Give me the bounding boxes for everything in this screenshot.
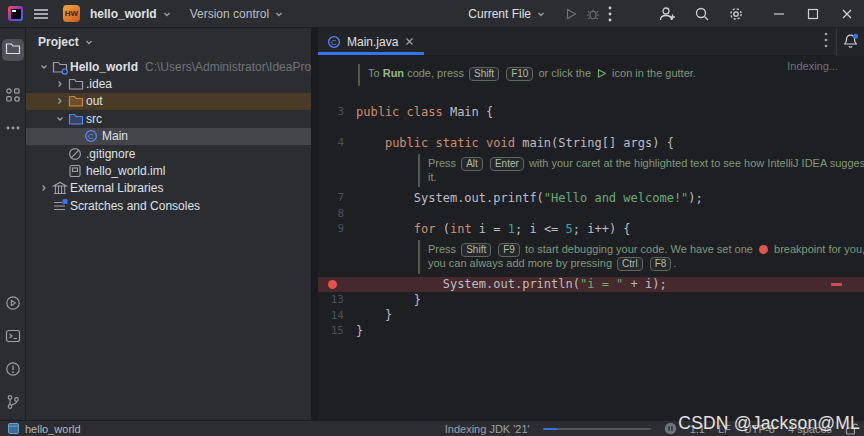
toolstrip-project-folder-tool-button[interactable] (2, 39, 24, 61)
search-everywhere-button[interactable] (690, 2, 714, 26)
line-number-gutter[interactable]: 3 (318, 105, 356, 118)
line-number-gutter[interactable]: 8 (318, 207, 356, 220)
run-button[interactable] (560, 3, 582, 25)
tree-item-gitignore[interactable]: .gitignore (26, 145, 311, 162)
tree-item-label: .gitignore (86, 147, 135, 161)
toolstrip-terminal-tool-button[interactable] (2, 326, 24, 348)
code-text: } (356, 324, 363, 338)
tree-item-path: C:\Users\Administrator\IdeaProjects\Hell… (145, 60, 311, 74)
close-button[interactable] (830, 0, 864, 28)
code-line[interactable]: 3public class Main { (318, 104, 864, 120)
toolstrip-more-tools-button[interactable] (2, 114, 24, 136)
line-number-gutter[interactable]: 13 (318, 293, 356, 306)
tree-item-external-libraries[interactable]: External Libraries (26, 180, 311, 197)
chevron-down-icon[interactable] (36, 62, 52, 72)
tree-item-scratches-and-consoles[interactable]: Scratches and Consoles (26, 197, 311, 214)
tree-item-idea[interactable]: .idea (26, 75, 311, 92)
breakpoint-gutter[interactable] (318, 280, 356, 289)
ide-window: HW hello_world Version control Current F… (0, 0, 864, 436)
kebab-icon (824, 32, 828, 48)
project-selector-button[interactable]: hello_world (84, 4, 178, 24)
pause-indexing-button[interactable] (664, 422, 677, 435)
version-control-tool-icon (5, 394, 21, 413)
code-line[interactable]: 9 for (int i = 1; i <= 5; i++) { (318, 221, 864, 237)
hint-text: it. (428, 171, 437, 183)
tab-close-button[interactable] (404, 36, 415, 48)
hint-text (493, 243, 496, 255)
active-tab-indicator (318, 52, 424, 55)
structure-tool-icon (5, 87, 21, 106)
debug-button[interactable] (582, 3, 604, 25)
code-line-breakpoint[interactable]: System.out.println("i = " + i); (318, 277, 864, 293)
code-blank-line[interactable] (318, 89, 864, 105)
toolstrip-problems-tool-button[interactable] (2, 359, 24, 381)
code-line[interactable]: 7 System.out.printf("Hello and welcome!"… (318, 190, 864, 206)
editor-hint-row: Press Alt Enter with your caret at the h… (318, 151, 864, 191)
main-menu-button[interactable] (29, 3, 53, 25)
indexing-progress-bar (543, 428, 651, 430)
chevron-right-icon[interactable] (52, 79, 68, 89)
keycap: F8 (650, 257, 672, 271)
chevron-right-icon[interactable] (36, 183, 52, 193)
notifications-button[interactable] (836, 28, 864, 56)
tree-item-main[interactable]: CMain (26, 128, 311, 145)
tree-item-src[interactable]: src (26, 110, 311, 127)
status-project-widget[interactable]: hello_world (8, 423, 81, 435)
maximize-button[interactable] (796, 0, 830, 28)
toolstrip-structure-tool-button[interactable] (2, 85, 24, 107)
hint-text: with your caret at the highlighted text … (526, 157, 864, 169)
line-number-gutter[interactable]: 9 (318, 222, 356, 235)
folder-icon (68, 76, 86, 92)
java-class-icon: C (327, 35, 341, 49)
chevron-down-icon[interactable] (52, 114, 68, 124)
code-line[interactable]: 13 } (318, 292, 864, 308)
run-tool-icon (5, 295, 21, 314)
toolstrip-run-tool-button[interactable] (2, 293, 24, 315)
line-number-gutter[interactable]: 4 (318, 136, 356, 149)
status-project-name: hello_world (25, 423, 81, 435)
gear-icon (728, 6, 744, 22)
tree-item-label: Hello_world (70, 60, 138, 74)
tree-item-out[interactable]: out (26, 93, 311, 110)
error-stripe-mark (831, 283, 842, 286)
toolstrip-version-control-tool-button[interactable] (2, 392, 24, 414)
tree-item-label: Main (102, 129, 128, 143)
tab-label: Main.java (347, 35, 398, 49)
editor-hint-row: Press Shift F9 to start debugging your c… (318, 237, 864, 277)
hint-line: Press Shift F9 to start debugging your c… (428, 243, 864, 257)
tree-item-label: .idea (86, 77, 112, 91)
tab-main-java[interactable]: C Main.java (318, 28, 424, 55)
tree-item-hello-world-iml[interactable]: hello_world.iml (26, 162, 311, 179)
line-number-gutter[interactable]: 7 (318, 191, 356, 204)
code-blank-line[interactable] (318, 120, 864, 136)
tab-options-button[interactable] (816, 30, 836, 53)
terminal-tool-icon (5, 328, 21, 347)
more-actions-button[interactable] (604, 2, 616, 26)
code-with-me-button[interactable] (654, 2, 680, 26)
minimize-button[interactable] (762, 0, 796, 28)
tab-bar-right (816, 28, 864, 55)
hint-line: it. (428, 171, 864, 185)
code-line[interactable]: 15} (318, 323, 864, 339)
project-panel-header[interactable]: Project (26, 28, 311, 56)
chevron-right-icon[interactable] (52, 96, 68, 106)
version-control-button[interactable]: Version control (184, 4, 290, 24)
breakpoint-dot[interactable] (328, 280, 337, 289)
keycap: Shift (469, 67, 499, 81)
run-configuration-selector[interactable]: Current File (462, 4, 552, 24)
panel-splitter[interactable] (311, 28, 318, 420)
indexing-label: Indexing... (787, 60, 838, 72)
line-number-gutter[interactable]: 15 (318, 324, 356, 337)
code-line[interactable]: 14 } (318, 308, 864, 324)
toolstrip-bottom (2, 293, 24, 414)
tree-item-hello-world[interactable]: Hello_worldC:\Users\Administrator\IdeaPr… (26, 58, 311, 75)
code-line[interactable]: 8 (318, 206, 864, 222)
code-text: } (356, 293, 421, 307)
line-number-gutter[interactable]: 14 (318, 309, 356, 322)
editor[interactable]: Indexing... To Run code, press Shift F10… (318, 56, 864, 420)
hint-text: or click the (535, 67, 594, 79)
project-name: hello_world (90, 7, 157, 21)
code-line[interactable]: 4 public static void main(String[] args)… (318, 135, 864, 151)
settings-button[interactable] (724, 2, 748, 26)
shortcut-hint-block: Press Shift F9 to start debugging your c… (418, 240, 864, 274)
